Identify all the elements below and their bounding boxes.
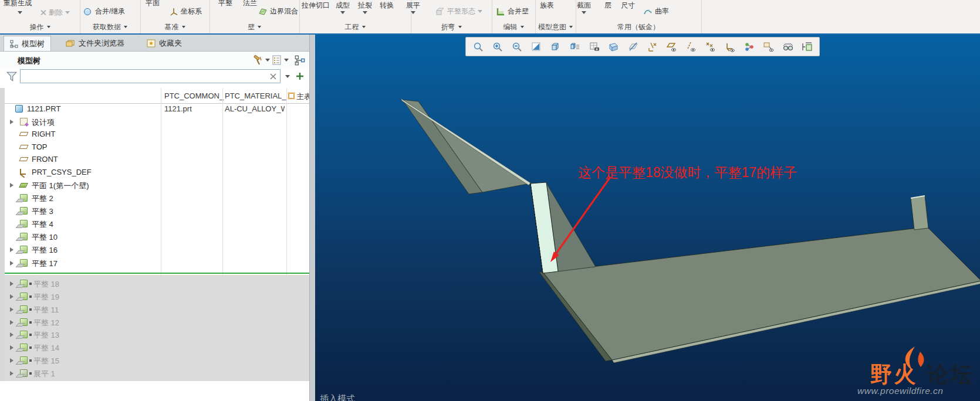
- graphics-toolbar: [465, 37, 820, 56]
- zoom-fit-icon[interactable]: [468, 39, 488, 55]
- suppressed-marker: [29, 283, 32, 285]
- plane-display-icon[interactable]: [662, 39, 681, 55]
- expand-arrow-icon[interactable]: [10, 358, 13, 363]
- extrude-cut-button[interactable]: 拉伸切口: [302, 1, 330, 11]
- expand-arrow-icon[interactable]: [10, 247, 13, 252]
- annotation-text: 这个是平整18没做时，平整17的样子: [578, 165, 797, 180]
- tree-item[interactable]: 设计项: [0, 116, 309, 128]
- flatten-button[interactable]: 展平: [406, 1, 420, 11]
- form-button[interactable]: 成型: [336, 1, 350, 11]
- note-display-icon[interactable]: [759, 39, 778, 55]
- point-display-icon[interactable]: [701, 39, 720, 55]
- csys-display-icon[interactable]: [720, 39, 739, 55]
- chevron-down-icon: [182, 26, 185, 28]
- group-label-wall[interactable]: 壁: [209, 22, 299, 32]
- section-button[interactable]: 截面: [577, 1, 591, 11]
- group-label-engineering[interactable]: 工程: [299, 22, 411, 32]
- expand-arrow-icon[interactable]: [10, 371, 13, 376]
- delete-button[interactable]: 删除: [40, 8, 70, 18]
- tree-item[interactable]: 平整 4: [0, 218, 309, 230]
- form-dropdown-icon[interactable]: [340, 11, 345, 14]
- group-label-datum[interactable]: 基准: [140, 22, 209, 32]
- tree-item[interactable]: PRT_CSYS_DEF: [0, 166, 309, 179]
- group-label-edit[interactable]: 编辑: [492, 22, 535, 32]
- section-view-icon[interactable]: [623, 39, 643, 55]
- model-scene: 这个是平整18没做时，平整17的样子 野火 论坛 www.proewildfir…: [315, 35, 980, 401]
- group-label-operations[interactable]: 操作: [0, 22, 80, 32]
- curvature-button[interactable]: 曲率: [643, 6, 669, 16]
- 3d-glasses-icon[interactable]: [778, 39, 797, 55]
- tree-item-suppressed[interactable]: 平整 19: [0, 291, 309, 303]
- zoom-in-icon[interactable]: [488, 39, 507, 55]
- perspective-icon[interactable]: [604, 39, 623, 55]
- annotation-display-icon[interactable]: [739, 39, 759, 55]
- display-style-icon[interactable]: [565, 39, 584, 55]
- right-flange-face[interactable]: [911, 196, 928, 230]
- dimension-button[interactable]: 尺寸: [621, 1, 635, 11]
- regenerate-dropdown-icon[interactable]: [18, 11, 22, 14]
- flange-wall-button[interactable]: 法兰: [243, 0, 257, 8]
- flatten-dropdown-icon[interactable]: [411, 11, 415, 14]
- convert-button[interactable]: 转换: [380, 1, 394, 11]
- repaint-icon[interactable]: [526, 39, 546, 55]
- tree-item[interactable]: 平整 10: [0, 231, 309, 243]
- tree-item-suppressed[interactable]: 平整 12: [0, 317, 309, 329]
- section-dropdown-icon[interactable]: [582, 11, 586, 14]
- rip-button[interactable]: 扯裂: [358, 1, 372, 11]
- tree-item[interactable]: 平整 17: [0, 257, 309, 270]
- tree-item-suppressed[interactable]: 展平 1: [0, 368, 309, 380]
- datum-plane-button[interactable]: 平面: [146, 0, 160, 8]
- tree-item-root[interactable]: 1121.PRT 1121.prt AL-CU_ALLOY_WR: [0, 103, 309, 115]
- saved-views-icon[interactable]: [546, 39, 565, 55]
- stock-display-icon[interactable]: [797, 39, 817, 55]
- rip-dropdown-icon[interactable]: [363, 11, 367, 14]
- delete-dropdown-icon: [65, 11, 70, 14]
- csys-button[interactable]: 坐标系: [169, 6, 202, 16]
- zoom-out-icon[interactable]: [507, 39, 526, 55]
- tree-item-suppressed[interactable]: 平整 15: [0, 355, 309, 367]
- expand-arrow-icon[interactable]: [10, 307, 13, 312]
- flat-wall-button[interactable]: 平整: [218, 0, 232, 8]
- tree-item-suppressed[interactable]: 平整 18: [0, 278, 309, 290]
- regenerate-button[interactable]: 重新生成: [4, 0, 32, 8]
- expand-arrow-icon[interactable]: [10, 261, 13, 266]
- merge-inherit-button[interactable]: 合并/继承: [83, 6, 125, 16]
- tree-item[interactable]: 平面 1(第一个壁): [0, 179, 309, 192]
- layer-button[interactable]: 层: [604, 1, 611, 11]
- tree-item[interactable]: RIGHT: [0, 128, 309, 141]
- tree-item[interactable]: TOP: [0, 141, 309, 154]
- view-manager-icon[interactable]: [584, 39, 604, 55]
- group-label-model-intent[interactable]: 模型意图: [535, 22, 576, 32]
- merge-wall-icon: [496, 7, 505, 16]
- tree-item[interactable]: 平整 16: [0, 244, 309, 256]
- merge-wall-button[interactable]: 合并壁: [496, 6, 529, 16]
- flat-wall-icon: [20, 280, 28, 287]
- tree-item[interactable]: FRONT: [0, 154, 309, 166]
- family-table-button[interactable]: 族表: [540, 1, 554, 11]
- expand-arrow-icon[interactable]: [10, 294, 13, 299]
- graphics-area[interactable]: 这个是平整18没做时，平整17的样子 野火 论坛 www.proewildfir…: [315, 35, 980, 401]
- axis-display-icon[interactable]: [681, 39, 701, 55]
- expand-arrow-icon[interactable]: [10, 332, 13, 337]
- insert-indicator[interactable]: [5, 273, 309, 274]
- tree-item-suppressed[interactable]: 平整 14: [0, 342, 309, 354]
- expand-arrow-icon[interactable]: [10, 281, 13, 286]
- datum-plane-icon: [19, 145, 28, 149]
- flat-state-icon: [435, 7, 445, 16]
- group-label-bend[interactable]: 折弯: [411, 22, 492, 32]
- expand-arrow-icon[interactable]: [10, 320, 13, 325]
- merge-inherit-icon: [83, 7, 93, 16]
- tree-item[interactable]: 平整 3: [0, 205, 309, 218]
- boundary-blend-button[interactable]: 边界混合: [258, 6, 298, 16]
- group-label-get-data[interactable]: 获取数据: [80, 22, 140, 32]
- flat-wall-icon: [20, 293, 28, 300]
- tree-item-suppressed[interactable]: 平整 11: [0, 304, 309, 316]
- datum-display-icon[interactable]: [643, 39, 662, 55]
- expand-arrow-icon[interactable]: [10, 345, 13, 350]
- expand-arrow-icon[interactable]: [10, 120, 13, 124]
- tree-item-suppressed[interactable]: 平整 13: [0, 329, 309, 341]
- plate-main-face[interactable]: [543, 227, 980, 360]
- flat-state-button[interactable]: 平整形态: [435, 6, 482, 16]
- tree-item[interactable]: 平整 2: [0, 192, 309, 205]
- expand-arrow-icon[interactable]: [10, 183, 13, 188]
